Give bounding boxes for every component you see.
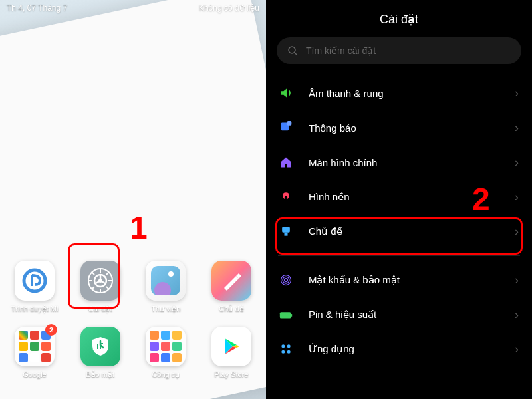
google-folder-icon: 2 <box>15 327 55 366</box>
app-theme[interactable]: Chủ đề <box>205 261 258 313</box>
svg-line-14 <box>96 281 100 283</box>
app-security[interactable]: Bảo mật <box>74 327 127 379</box>
svg-point-15 <box>289 47 295 53</box>
status-network: Không có dữ liệu <box>199 3 259 13</box>
apps-grid: Trình duyệt Mi Cài đặt Thư viện Chủ đề <box>0 261 266 392</box>
settings-item-homescreen[interactable]: Màn hình chính › <box>266 145 532 180</box>
gallery-icon <box>146 261 186 301</box>
svg-point-23 <box>285 279 288 282</box>
app-playstore[interactable]: Play Store <box>205 327 258 379</box>
theme-icon <box>211 261 251 301</box>
svg-rect-19 <box>282 227 290 232</box>
chevron-right-icon: › <box>515 86 519 100</box>
settings-item-label: Mật khẩu & bảo mật <box>309 274 515 286</box>
svg-rect-18 <box>287 121 292 126</box>
app-label: Trình duyệt Mi <box>11 305 59 313</box>
svg-rect-25 <box>291 314 292 317</box>
mi-browser-icon <box>15 261 55 301</box>
svg-line-16 <box>295 53 297 55</box>
app-google-folder[interactable]: 2 Google <box>8 327 61 379</box>
app-label: Chủ đề <box>219 305 243 313</box>
svg-point-27 <box>287 344 291 348</box>
status-bar: Th 4, 07 Tháng 7 Không có dữ liệu <box>0 0 266 16</box>
svg-line-13 <box>100 281 105 283</box>
divider <box>278 255 520 256</box>
chevron-right-icon: › <box>515 190 519 204</box>
chevron-right-icon: › <box>515 121 519 135</box>
settings-item-label: Âm thanh & rung <box>309 88 515 99</box>
svg-line-6 <box>92 272 94 275</box>
app-label: Cài đặt <box>88 305 112 313</box>
app-label: Play Store <box>215 370 249 378</box>
fingerprint-icon <box>278 272 294 288</box>
settings-item-password[interactable]: Mật khẩu & bảo mật › <box>266 263 532 297</box>
chevron-right-icon: › <box>515 273 519 287</box>
settings-item-label: Pin & hiệu suất <box>309 309 515 321</box>
app-label: Thư viện <box>151 305 180 313</box>
settings-item-sound[interactable]: Âm thanh & rung › <box>266 76 532 110</box>
svg-rect-24 <box>280 312 291 318</box>
sound-icon <box>278 85 294 101</box>
playstore-icon <box>211 327 251 366</box>
battery-icon <box>278 307 294 323</box>
svg-line-9 <box>106 272 109 275</box>
chevron-right-icon: › <box>515 342 519 356</box>
chevron-right-icon: › <box>515 156 519 170</box>
settings-icon <box>80 261 120 301</box>
settings-item-battery[interactable]: Pin & hiệu suất › <box>266 297 532 332</box>
app-label: Bảo mật <box>86 370 114 379</box>
home-screen: Th 4, 07 Tháng 7 Không có dữ liệu Trình … <box>0 0 266 399</box>
security-icon <box>80 327 120 366</box>
app-label: Google <box>23 370 46 378</box>
settings-item-label: Ứng dụng <box>309 343 515 355</box>
apps-icon <box>278 341 294 357</box>
apps-row-2: 2 Google Bảo mật Công cụ <box>8 327 258 379</box>
settings-title: Cài đặt <box>266 0 532 37</box>
home-icon <box>278 154 294 170</box>
status-date: Th 4, 07 Tháng 7 <box>7 3 67 13</box>
svg-rect-20 <box>285 233 288 236</box>
search-bar[interactable]: Tìm kiếm cài đặt <box>277 37 521 64</box>
svg-line-8 <box>92 287 94 289</box>
badge: 2 <box>45 324 57 336</box>
svg-point-28 <box>281 350 285 354</box>
settings-item-theme[interactable]: Chủ đề › <box>266 214 532 249</box>
app-label: Công cụ <box>152 370 180 379</box>
theme-setting-icon <box>278 223 294 239</box>
settings-item-wallpaper[interactable]: Hình nền › <box>266 180 532 214</box>
settings-item-apps[interactable]: Ứng dụng › <box>266 332 532 366</box>
svg-point-26 <box>281 344 285 348</box>
app-settings[interactable]: Cài đặt <box>74 261 127 313</box>
settings-item-label: Thông báo <box>309 122 515 134</box>
search-icon <box>287 45 298 56</box>
chevron-right-icon: › <box>515 308 519 322</box>
settings-item-label: Màn hình chính <box>309 157 515 168</box>
tools-folder-icon <box>146 327 186 366</box>
app-gallery[interactable]: Thư viện <box>139 261 192 313</box>
settings-item-label: Hình nền <box>309 191 515 203</box>
app-tools-folder[interactable]: Công cụ <box>139 327 192 379</box>
svg-point-0 <box>24 270 45 291</box>
chevron-right-icon: › <box>515 225 519 239</box>
svg-line-7 <box>106 287 109 289</box>
settings-item-notification[interactable]: Thông báo › <box>266 110 532 145</box>
apps-row-1: Trình duyệt Mi Cài đặt Thư viện Chủ đề <box>8 261 258 313</box>
svg-point-29 <box>287 350 291 354</box>
settings-item-label: Chủ đề <box>309 225 515 237</box>
search-placeholder: Tìm kiếm cài đặt <box>306 45 376 56</box>
wallpaper-icon <box>278 189 294 205</box>
settings-list: Âm thanh & rung › Thông báo › Màn hình c… <box>266 76 532 366</box>
app-mi-browser[interactable]: Trình duyệt Mi <box>8 261 61 313</box>
settings-screen: Cài đặt Tìm kiếm cài đặt Âm thanh & rung… <box>266 0 532 399</box>
svg-point-22 <box>283 277 289 283</box>
notification-icon <box>278 120 294 136</box>
